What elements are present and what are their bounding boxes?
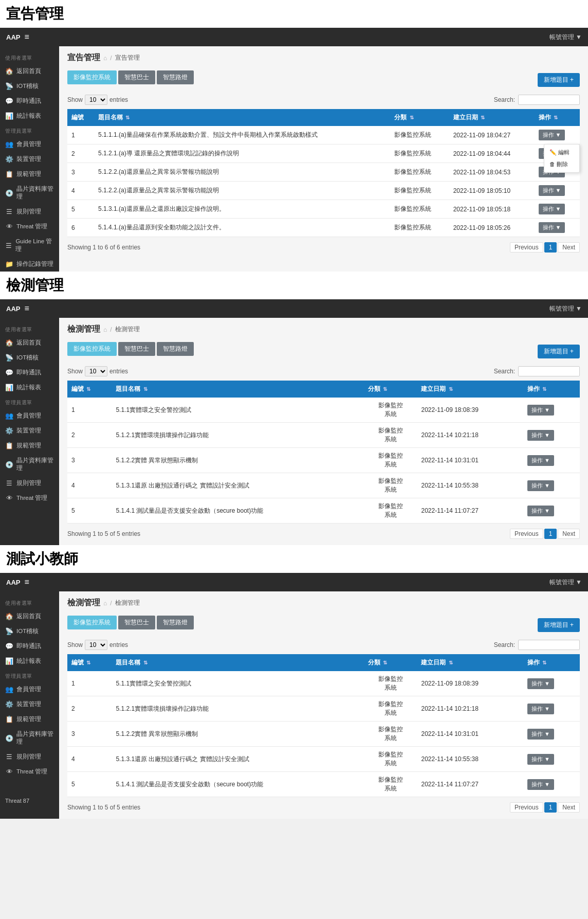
- new-item-button-2[interactable]: 新增題目 +: [538, 345, 580, 358]
- topbar-user-3[interactable]: 帳號管理 ▼: [549, 578, 582, 587]
- sidebar-home-3[interactable]: 🏠 返回首頁: [0, 609, 59, 624]
- entries-select-1[interactable]: 10 25 50: [85, 95, 107, 105]
- cell-action: 操作 ▼: [523, 722, 580, 747]
- action-btn-3-2[interactable]: 操作 ▼: [527, 704, 554, 714]
- menu-delete-1[interactable]: 🗑 刪除: [544, 158, 579, 170]
- sidebar-devices-2[interactable]: ⚙️ 裝置管理: [0, 423, 59, 438]
- sidebar-iot-3[interactable]: 📡 IOT稽核: [0, 624, 59, 639]
- next-btn-1[interactable]: Next: [558, 242, 580, 253]
- sidebar-item-rules-1[interactable]: 📋 規範管理: [0, 167, 59, 182]
- sidebar-members-2[interactable]: 👥 會員管理: [0, 408, 59, 423]
- tab-smart-light-3[interactable]: 智慧路燈: [157, 616, 194, 629]
- menu-icon-1[interactable]: ≡: [24, 32, 29, 42]
- action-btn-1-4[interactable]: 操作 ▼: [539, 185, 565, 196]
- sidebar-stats-3[interactable]: 📊 統計報表: [0, 654, 59, 669]
- next-btn-3[interactable]: Next: [558, 802, 580, 813]
- entries-select-2[interactable]: 102550: [85, 366, 107, 376]
- cell-category: 影像監控系統: [364, 747, 417, 772]
- pagination-row-1: Showing 1 to 6 of 6 entries Previous 1 N…: [67, 242, 580, 253]
- sidebar-threat-2[interactable]: 👁 Threat 管理: [0, 491, 59, 506]
- page-1-btn-2[interactable]: 1: [544, 529, 557, 539]
- sidebar-item-threat-1[interactable]: 👁 Threat 管理: [0, 219, 59, 234]
- sidebar-chat-2[interactable]: 💬 即時通訊: [0, 365, 59, 380]
- members-icon-3: 👥: [5, 686, 13, 693]
- sidebar-item-home-1[interactable]: 🏠 返回首頁: [0, 64, 59, 79]
- cell-action: 操作 ▼: [523, 448, 580, 473]
- menu-icon-2[interactable]: ≡: [24, 304, 29, 313]
- tab-image-monitor-2[interactable]: 影像監控系統: [67, 342, 117, 356]
- page-1-btn-1[interactable]: 1: [544, 242, 557, 253]
- tab-smart-bus-3[interactable]: 智慧巴士: [118, 616, 155, 629]
- action-btn-3-5[interactable]: 操作 ▼: [527, 779, 554, 790]
- topbar-user-1[interactable]: 帳號管理 ▼: [549, 33, 582, 42]
- sidebar-policy-2[interactable]: ☰ 規則管理: [0, 476, 59, 491]
- topbar-user-2[interactable]: 帳號管理 ▼: [549, 304, 582, 313]
- chip-icon-1: 💿: [5, 189, 13, 197]
- header-actions-3: 影像監控系統 智慧巴士 智慧路燈 新增題目 +: [67, 616, 580, 635]
- sidebar-item-iot-1[interactable]: 📡 IOT稽核: [0, 79, 59, 94]
- sidebar-item-log-1[interactable]: 📁 操作記錄管理: [0, 257, 59, 272]
- sidebar-threat-3[interactable]: 👁 Threat 管理: [0, 764, 59, 779]
- sidebar-rules-2[interactable]: 📋 規範管理: [0, 438, 59, 453]
- action-btn-1-5[interactable]: 操作 ▼: [539, 204, 565, 214]
- menu-icon-3[interactable]: ≡: [24, 578, 29, 587]
- sidebar-home-2[interactable]: 🏠 返回首頁: [0, 335, 59, 350]
- sidebar-item-label: IOT稽核: [16, 82, 39, 90]
- tab-image-monitor-3[interactable]: 影像監控系統: [67, 616, 117, 629]
- prev-btn-3[interactable]: Previous: [510, 802, 543, 813]
- action-btn-1-1[interactable]: 操作 ▼: [539, 130, 565, 140]
- action-btn-3-1[interactable]: 操作 ▼: [527, 678, 554, 689]
- new-item-button-1[interactable]: 新增題目 +: [538, 73, 580, 87]
- cell-action: 操作 ▼: [523, 423, 580, 448]
- sidebar-item-rules2-1[interactable]: ☰ 規則管理: [0, 204, 59, 219]
- tab-smart-bus-2[interactable]: 智慧巴士: [118, 342, 155, 356]
- action-btn-1-6[interactable]: 操作 ▼: [539, 222, 565, 233]
- sidebar-iot-2[interactable]: 📡 IOT稽核: [0, 350, 59, 365]
- sidebar-item-chat-1[interactable]: 💬 即時通訊: [0, 94, 59, 109]
- new-item-button-3[interactable]: 新增題目 +: [538, 618, 580, 632]
- action-btn-2-3[interactable]: 操作 ▼: [527, 455, 554, 466]
- app-wrapper: 宣告管理 AAP ≡ 帳號管理 ▼ 使用者選單 🏠 返回首頁 📡 IOT稽核: [0, 0, 588, 819]
- tab-smart-bus-1[interactable]: 智慧巴士: [118, 70, 155, 84]
- sidebar-item-chip-1[interactable]: 💿 晶片資料庫管理: [0, 182, 59, 204]
- sidebar-chat-3[interactable]: 💬 即時通訊: [0, 639, 59, 654]
- sidebar-item-label: 規範管理: [16, 715, 41, 723]
- showing-info-3: Showing 1 to 5 of 5 entries: [67, 804, 140, 811]
- sidebar-item-members-1[interactable]: 👥 會員管理: [0, 137, 59, 152]
- search-input-2[interactable]: [518, 366, 580, 376]
- page-1-btn-3[interactable]: 1: [544, 802, 557, 813]
- menu-edit-1[interactable]: ✏️ 編輯: [544, 147, 579, 158]
- next-btn-2[interactable]: Next: [558, 529, 580, 539]
- sidebar-rules-3[interactable]: 📋 規範管理: [0, 712, 59, 727]
- sidebar-chip-2[interactable]: 💿 晶片資料庫管理: [0, 453, 59, 476]
- sidebar-item-guideline-1[interactable]: ☰ Guide Line 管理: [0, 234, 59, 257]
- sidebar-item-stats-1[interactable]: 📊 統計報表: [0, 109, 59, 123]
- threat87-label: Threat 87: [0, 795, 59, 807]
- sidebar-item-label: IOT稽核: [16, 354, 39, 362]
- tab-smart-light-2[interactable]: 智慧路燈: [157, 342, 194, 356]
- search-input-1[interactable]: [518, 95, 580, 105]
- cell-action: 操作 ▼: [523, 772, 580, 797]
- action-btn-2-1[interactable]: 操作 ▼: [527, 405, 554, 416]
- prev-btn-2[interactable]: Previous: [510, 529, 543, 539]
- sidebar-stats-2[interactable]: 📊 統計報表: [0, 380, 59, 395]
- pagination-row-3: Showing 1 to 5 of 5 entries Previous 1 N…: [67, 802, 580, 813]
- entries-label-2: entries: [109, 368, 128, 375]
- prev-btn-1[interactable]: Previous: [510, 242, 543, 253]
- action-btn-2-4[interactable]: 操作 ▼: [527, 480, 554, 491]
- action-btn-3-3[interactable]: 操作 ▼: [527, 729, 554, 740]
- action-btn-2-2[interactable]: 操作 ▼: [527, 430, 554, 441]
- sidebar-chip-3[interactable]: 💿 晶片資料庫管理: [0, 727, 59, 749]
- entries-select-3[interactable]: 102550: [85, 640, 107, 650]
- sidebar-members-3[interactable]: 👥 會員管理: [0, 682, 59, 697]
- sidebar-devices-3[interactable]: ⚙️ 裝置管理: [0, 697, 59, 712]
- action-btn-2-5[interactable]: 操作 ▼: [527, 506, 554, 516]
- tab-image-monitor-1[interactable]: 影像監控系統: [67, 70, 117, 84]
- cell-no: 3: [67, 163, 94, 182]
- action-btn-3-4[interactable]: 操作 ▼: [527, 754, 554, 765]
- sidebar-item-devices-1[interactable]: ⚙️ 裝置管理: [0, 152, 59, 167]
- search-input-3[interactable]: [518, 640, 580, 650]
- tab-smart-light-1[interactable]: 智慧路燈: [157, 70, 194, 84]
- cell-date: 2022-11-14 11:07:27: [417, 772, 523, 797]
- sidebar-policy-3[interactable]: ☰ 規則管理: [0, 749, 59, 764]
